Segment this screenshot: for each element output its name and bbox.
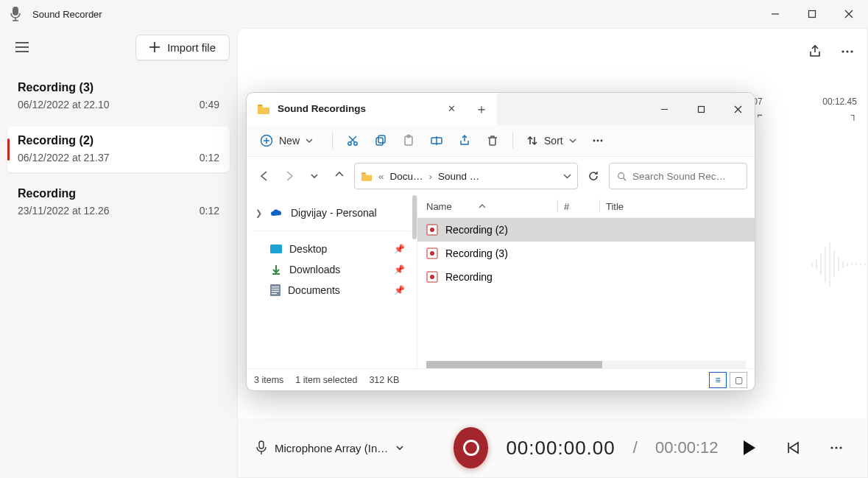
recording-subtitle: 23/11/2022 at 12.26	[18, 205, 110, 217]
delete-button[interactable]	[480, 131, 505, 150]
nav-forward-button[interactable]	[279, 166, 300, 186]
tree-item-desktop[interactable]: Desktop 📌	[253, 239, 411, 259]
new-button[interactable]: New	[254, 131, 319, 150]
chevron-down-icon[interactable]	[563, 172, 571, 180]
minimize-button[interactable]	[759, 3, 791, 25]
nav-back-button[interactable]	[254, 166, 275, 186]
tab-close-button[interactable]: ✕	[448, 103, 456, 114]
onedrive-icon	[270, 208, 283, 217]
breadcrumb-segment[interactable]: Docu…	[390, 171, 423, 182]
horizontal-scrollbar[interactable]	[426, 361, 746, 368]
sort-button[interactable]: Sort	[521, 132, 582, 150]
details-view-button[interactable]: ≡	[709, 372, 727, 388]
player-more-button[interactable]	[824, 432, 850, 463]
file-row[interactable]: Recording (3)	[417, 242, 755, 265]
column-title[interactable]: Title	[606, 201, 624, 212]
recording-item[interactable]: Recording (2) 06/12/2022 at 21.37 0:12	[7, 127, 230, 172]
svg-rect-52	[376, 138, 383, 145]
skip-start-button[interactable]	[780, 432, 806, 463]
search-input[interactable]	[632, 171, 739, 182]
copy-button[interactable]	[368, 131, 393, 150]
address-bar[interactable]: « Docu… › Sound …	[354, 163, 578, 189]
svg-point-12	[841, 50, 844, 52]
tree-label: Downloads	[289, 264, 340, 275]
time-total: 00:00:12	[655, 438, 719, 457]
paste-button[interactable]	[396, 131, 421, 150]
tree-scrollbar[interactable]	[412, 195, 417, 239]
recording-duration: 0:12	[200, 152, 219, 164]
sort-icon	[526, 135, 538, 147]
recording-item[interactable]: Recording 23/11/2022 at 12.26 0:12	[7, 180, 230, 225]
explorer-toolbar: New Sort	[247, 125, 755, 157]
explorer-close-button[interactable]	[722, 98, 753, 120]
tree-item-downloads[interactable]: Downloads 📌	[253, 259, 411, 280]
column-number[interactable]: #	[564, 201, 569, 212]
more-button[interactable]	[833, 38, 861, 66]
microphone-label: Microphone Array (In…	[275, 442, 388, 454]
share-button[interactable]	[801, 38, 829, 66]
svg-point-14	[850, 50, 853, 52]
tree-label: Desktop	[289, 243, 327, 255]
record-button[interactable]	[454, 427, 488, 468]
menu-button[interactable]	[7, 34, 37, 60]
refresh-button[interactable]	[582, 165, 604, 187]
svg-point-13	[846, 50, 848, 52]
file-row[interactable]: Recording (2)	[417, 218, 755, 242]
explorer-files: Name # Title Recording (2) Record	[417, 195, 755, 368]
recordings-list: Recording (3) 06/12/2022 at 22.10 0:49 R…	[7, 74, 230, 225]
folder-icon	[361, 172, 373, 181]
maximize-button[interactable]	[796, 3, 828, 25]
column-name[interactable]: Name	[426, 201, 452, 212]
explorer-tab[interactable]: Sound Recordings ✕	[247, 93, 466, 125]
svg-rect-4	[809, 11, 816, 18]
new-tab-button[interactable]: ＋	[466, 93, 497, 125]
chevron-right-icon: ❯	[255, 208, 262, 218]
time-separator: /	[633, 438, 638, 457]
import-file-button[interactable]: Import file	[135, 35, 230, 60]
svg-rect-66	[272, 287, 279, 287]
svg-rect-69	[272, 293, 277, 294]
share-icon	[458, 134, 471, 147]
svg-rect-63	[270, 245, 282, 253]
file-row[interactable]: Recording	[417, 265, 755, 289]
explorer-minimize-button[interactable]	[649, 98, 680, 120]
svg-marker-37	[790, 443, 798, 453]
rename-button[interactable]	[424, 131, 449, 150]
nav-up-button[interactable]	[329, 166, 350, 186]
svg-rect-53	[378, 136, 385, 143]
title-bar: Sound Recorder	[0, 0, 868, 28]
new-icon	[260, 134, 273, 147]
microphone-picker[interactable]: Microphone Array (In…	[255, 440, 436, 455]
copy-icon	[374, 134, 387, 147]
search-box[interactable]	[609, 163, 747, 189]
tree-label: Documents	[288, 284, 340, 296]
recording-title: Recording (3)	[18, 81, 219, 94]
recording-item[interactable]: Recording (3) 06/12/2022 at 22.10 0:49	[7, 74, 230, 119]
breadcrumb-segment[interactable]: Sound …	[438, 171, 479, 182]
svg-rect-67	[272, 289, 279, 289]
chevron-down-icon	[306, 137, 313, 144]
play-button[interactable]	[736, 432, 763, 463]
cut-button[interactable]	[340, 131, 365, 150]
icons-view-button[interactable]: ▢	[730, 372, 747, 388]
svg-point-59	[596, 140, 599, 142]
chevron-down-icon	[395, 443, 404, 452]
app-icon	[9, 6, 22, 22]
explorer-status-bar: 3 items 1 item selected 312 KB ≡ ▢	[247, 368, 755, 390]
tree-item-documents[interactable]: Documents 📌	[253, 280, 411, 300]
file-name: Recording (2)	[445, 224, 508, 236]
explorer-tree: ❯ Digvijay - Personal Desktop 📌 Download…	[247, 195, 417, 368]
close-button[interactable]	[833, 3, 865, 25]
explorer-maximize-button[interactable]	[685, 98, 716, 120]
nav-recent-button[interactable]	[304, 166, 325, 186]
tree-item-personal[interactable]: ❯ Digvijay - Personal	[253, 203, 411, 223]
record-icon	[463, 440, 479, 456]
file-list-header[interactable]: Name # Title	[417, 195, 755, 218]
window-controls	[759, 3, 865, 25]
share-button[interactable]	[452, 131, 477, 150]
svg-rect-65	[270, 284, 280, 296]
explorer-nav: « Docu… › Sound …	[247, 157, 755, 195]
svg-point-73	[430, 251, 434, 256]
file-explorer-window: Sound Recordings ✕ ＋ New	[246, 92, 755, 391]
toolbar-more-button[interactable]	[585, 131, 610, 150]
